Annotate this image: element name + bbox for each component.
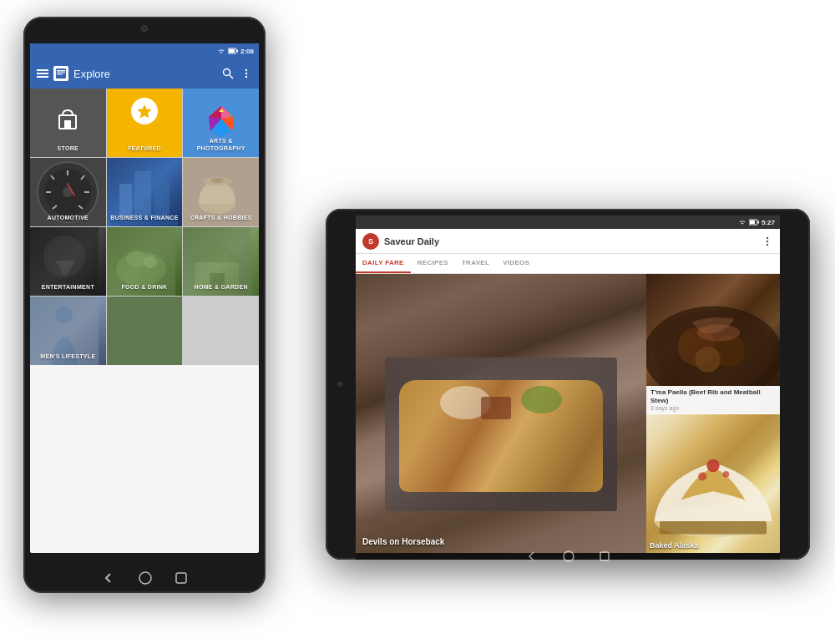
grid-cell-store[interactable]: STORE <box>30 89 106 157</box>
sidebar-images: T'ma Paella (Beef Rib and Meatball Stew)… <box>646 274 780 553</box>
saveur-status-bar: 5:27 <box>356 216 780 229</box>
grid-cell-mens[interactable]: MEN'S LIFESTYLE <box>30 297 106 365</box>
portrait-screen: 2:08 Explore <box>30 43 259 553</box>
svg-point-72 <box>564 551 574 561</box>
svg-rect-57 <box>757 221 759 224</box>
business-label: BUSINESS & FINANCE <box>107 215 183 221</box>
svg-rect-71 <box>660 521 767 534</box>
svg-point-69 <box>698 472 706 480</box>
svg-rect-2 <box>236 50 238 53</box>
food-label: FOOD & DRINK <box>107 284 183 291</box>
portrait-tablet: 2:08 Explore <box>23 17 266 593</box>
grid-cell-home[interactable]: HOME & GARDEN <box>183 227 259 296</box>
svg-point-68 <box>706 459 719 471</box>
svg-point-46 <box>144 256 157 268</box>
baked-alaska-photo <box>646 414 780 554</box>
svg-point-70 <box>723 470 730 477</box>
svg-point-11 <box>245 76 247 78</box>
search-icon[interactable] <box>222 68 234 79</box>
status-bar: 2:08 <box>30 43 259 58</box>
svg-rect-56 <box>750 221 755 224</box>
battery-icon <box>228 48 238 54</box>
main-caption: Devils on Horseback <box>362 537 444 546</box>
more-icon[interactable] <box>240 68 252 79</box>
featured-label: FEATURED <box>107 145 183 152</box>
svg-point-45 <box>126 251 146 267</box>
battery-icon-land <box>749 219 759 226</box>
grid-cell-extra <box>107 297 183 365</box>
grid-cell-food[interactable]: FOOD & DRINK <box>107 227 183 296</box>
landscape-nav-bar <box>356 553 780 560</box>
menu-button[interactable] <box>37 69 48 78</box>
home-icon[interactable] <box>139 571 152 585</box>
crafts-label: CRAFTS & HOBBIES <box>183 215 259 221</box>
mens-label: MEN'S LIFESTYLE <box>30 353 106 360</box>
svg-rect-54 <box>176 573 186 583</box>
svg-line-8 <box>230 75 234 79</box>
status-time: 2:08 <box>240 48 254 55</box>
svg-point-59 <box>767 240 768 241</box>
saveur-time: 5:27 <box>762 219 775 226</box>
svg-rect-6 <box>57 74 63 75</box>
sidebar-image-1[interactable]: T'ma Paella (Beef Rib and Meatball Stew)… <box>646 274 780 413</box>
back-icon-land[interactable] <box>526 550 538 562</box>
svg-point-7 <box>224 69 230 76</box>
app-title: Explore <box>73 68 217 80</box>
app-bar: Explore <box>30 58 259 89</box>
grid-cell-automotive[interactable]: AUTOMOTIVE <box>30 158 106 226</box>
tab-travel[interactable]: TRAVEL <box>455 254 496 273</box>
grid-cell-arts[interactable]: ARTS & PHOTOGRAPHY <box>183 89 259 157</box>
tab-recipes[interactable]: RECIPES <box>411 254 455 273</box>
more-icon-saveur[interactable] <box>762 236 773 247</box>
sidebar-image-2[interactable]: Baked Alaska <box>646 414 780 554</box>
entertainment-label: ENTERTAINMENT <box>30 284 106 291</box>
landscape-screen: 5:27 S Saveur Daily DAILY FARE RECIPES T… <box>356 216 780 553</box>
store-icon <box>56 107 79 130</box>
svg-rect-73 <box>600 552 609 560</box>
baked-alaska-caption: Baked Alaska <box>650 541 698 550</box>
category-grid: STORE FEATURED <box>30 89 259 365</box>
recents-icon-land[interactable] <box>600 551 610 561</box>
wifi-icon-land <box>738 219 746 226</box>
grid-cell-business[interactable]: BUSINESS & FINANCE <box>107 158 183 226</box>
grid-cell-entertainment[interactable]: ENTERTAINMENT <box>30 227 106 296</box>
landscape-tablet: 5:27 S Saveur Daily DAILY FARE RECIPES T… <box>326 209 810 560</box>
stew-title: T'ma Paella (Beef Rib and Meatball Stew) <box>650 388 776 404</box>
side-camera <box>337 382 342 387</box>
home-label: HOME & GARDEN <box>183 284 259 291</box>
svg-point-53 <box>139 572 151 584</box>
back-icon[interactable] <box>102 571 115 585</box>
svg-marker-17 <box>209 106 221 119</box>
stew-info: T'ma Paella (Beef Rib and Meatball Stew)… <box>646 386 780 413</box>
recents-icon[interactable] <box>175 572 187 584</box>
app-bar-actions <box>222 68 252 79</box>
svg-rect-13 <box>64 120 71 129</box>
grid-cell-crafts[interactable]: CRAFTS & HOBBIES <box>183 158 259 226</box>
svg-point-9 <box>245 69 247 71</box>
saveur-logo: S <box>362 233 379 250</box>
store-label: STORE <box>30 145 106 152</box>
home-icon-land[interactable] <box>563 550 574 562</box>
svg-point-40 <box>210 178 224 183</box>
tab-videos[interactable]: VIDEOS <box>496 254 536 273</box>
saveur-app-title: Saveur Daily <box>384 236 757 246</box>
arts-label: ARTS & PHOTOGRAPHY <box>183 138 259 152</box>
saveur-content: Devils on Horseback <box>356 274 780 553</box>
star-icon <box>131 98 158 124</box>
svg-marker-22 <box>230 114 233 117</box>
svg-marker-14 <box>137 104 151 119</box>
svg-point-60 <box>767 243 768 245</box>
grid-cell-featured[interactable]: FEATURED <box>107 89 183 157</box>
main-article-image[interactable]: Devils on Horseback <box>356 274 646 553</box>
newsstand-icon <box>53 66 68 81</box>
tab-daily-fare[interactable]: DAILY FARE <box>356 254 411 273</box>
svg-point-65 <box>695 347 721 373</box>
saveur-tabs: DAILY FARE RECIPES TRAVEL VIDEOS <box>356 254 780 274</box>
svg-point-58 <box>767 236 768 238</box>
stew-time: 3 days ago <box>650 405 776 411</box>
portrait-nav-bar <box>102 571 187 585</box>
automotive-label: AUTOMOTIVE <box>30 215 106 221</box>
svg-rect-3 <box>56 68 66 79</box>
scene: 2:08 Explore <box>0 0 835 644</box>
svg-rect-4 <box>57 70 65 72</box>
